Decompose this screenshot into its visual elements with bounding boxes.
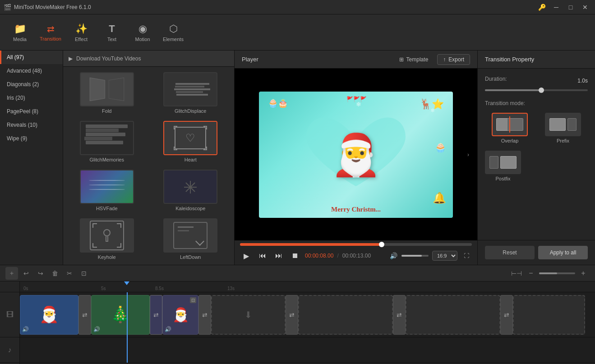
delete-button[interactable]: 🗑 xyxy=(49,267,61,280)
progress-bar[interactable] xyxy=(240,243,472,246)
sidebar-item-advanced[interactable]: Advanced (48) xyxy=(0,64,63,78)
placeholder-2[interactable] xyxy=(298,295,393,335)
download-bar[interactable]: ▶ Download YouTube Videos xyxy=(63,51,234,67)
sidebar-item-iris[interactable]: Iris (20) xyxy=(0,91,63,105)
mode-prefix[interactable]: Prefix xyxy=(538,111,588,145)
pin-button[interactable]: 🔑 xyxy=(535,1,548,14)
transition-5[interactable]: ⇄ xyxy=(393,295,406,335)
template-label: Template xyxy=(406,56,429,63)
zoom-out-button[interactable]: − xyxy=(525,267,537,280)
panel-content: Duration: 1.0s Transition mode: xyxy=(478,69,595,240)
zoom-in-button[interactable]: + xyxy=(577,267,590,280)
apply-all-button[interactable]: Apply to all xyxy=(538,246,588,259)
toolbar-transition[interactable]: ⇄ Transition xyxy=(36,18,65,47)
video-bg: 🎅 🦌⭐ 🧁🎂 Merry Christm... 🔔 🧁 ❄ ❄ 🚩🚩🚩 xyxy=(235,69,477,240)
crop-button[interactable]: ⊡ xyxy=(78,267,90,280)
play-button[interactable]: ▶ xyxy=(240,249,253,262)
placeholder-1[interactable]: ⬇ xyxy=(211,295,286,335)
placeholder-3[interactable] xyxy=(406,295,500,335)
duration-row: Duration: 1.0s xyxy=(485,76,588,91)
sidebar-item-wipe[interactable]: Wipe (9) xyxy=(0,132,63,145)
clip-3-badge: ⊡ xyxy=(190,297,196,303)
sidebar-item-all[interactable]: All (97) xyxy=(0,51,63,64)
toolbar-elements[interactable]: ⬡ Elements xyxy=(159,18,188,47)
volume-icon[interactable]: 🔊 xyxy=(387,249,400,262)
panel-actions: Reset Apply to all xyxy=(478,240,595,265)
toolbar-effect[interactable]: ✨ Effect xyxy=(67,18,96,47)
clip-1[interactable]: 🎅 🔊 xyxy=(20,295,78,335)
transition-kaleidoscope[interactable]: Kaleidoscope xyxy=(151,168,231,213)
reset-button[interactable]: Reset xyxy=(485,246,535,259)
transition-4[interactable]: ⇄ xyxy=(286,295,298,335)
time-separator: / xyxy=(337,253,338,259)
panel-header: Transition Property xyxy=(478,51,595,69)
snowflake2: ❄ xyxy=(430,107,435,114)
minimize-button[interactable]: ─ xyxy=(550,1,563,14)
aspect-ratio-select[interactable]: 16:9 9:16 1:1 4:3 xyxy=(432,251,457,261)
player-header: Player ⊞ Template ↑ Export xyxy=(235,51,477,69)
elements-icon: ⬡ xyxy=(169,23,178,35)
placeholder-4[interactable] xyxy=(513,295,585,335)
transition-fold[interactable]: Fold xyxy=(67,70,147,115)
timeline-main[interactable]: 0s 5s 8.5s 13s xyxy=(20,281,595,364)
transition-3[interactable]: ⇄ xyxy=(198,295,211,335)
flags: 🚩🚩🚩 xyxy=(346,96,367,102)
transition-keyhole-thumb xyxy=(80,218,134,253)
scissors-button[interactable]: ✂ xyxy=(63,267,76,280)
transition-keyhole[interactable]: Keyhole xyxy=(67,217,147,262)
toolbar-text-label: Text xyxy=(107,37,116,42)
toolbar-text[interactable]: T Text xyxy=(97,18,126,47)
music-icon: ♪ xyxy=(8,346,12,354)
video-track-label: 🎞 xyxy=(0,292,19,337)
titlebar-title: MiniTool MovieMaker Free 6.1.0 xyxy=(14,4,91,10)
mode-postfix[interactable]: Postfix xyxy=(485,149,521,183)
toolbar-media[interactable]: 📁 Media xyxy=(5,18,34,47)
redo-button[interactable]: ↪ xyxy=(34,267,47,280)
tracks: 🎅 🔊 ⇄ 🎄 🔊 xyxy=(20,292,595,363)
playhead[interactable] xyxy=(127,292,128,363)
sidebar-item-pagepeel[interactable]: PagePeel (8) xyxy=(0,105,63,118)
transition-glitchdisplace[interactable]: GlitchDisplace xyxy=(151,70,231,115)
undo-button[interactable]: ↩ xyxy=(20,267,32,280)
expand-button[interactable]: › xyxy=(463,144,474,166)
duration-handle[interactable] xyxy=(539,88,544,93)
export-button[interactable]: ↑ Export xyxy=(437,54,470,65)
transition-glitchmemories-label: GlitchMemories xyxy=(90,157,124,162)
prev-button[interactable]: ⏮ xyxy=(256,249,269,262)
duration-slider[interactable] xyxy=(485,89,588,91)
video-container: 🎅 🦌⭐ 🧁🎂 Merry Christm... 🔔 🧁 ❄ ❄ 🚩🚩🚩 xyxy=(235,69,477,240)
transition-leftdown[interactable]: LeftDown xyxy=(151,217,231,262)
sidebar-item-diagonals[interactable]: Diagonals (2) xyxy=(0,78,63,91)
transition-hsvfade-thumb xyxy=(80,170,134,204)
toolbar-motion[interactable]: ◉ Motion xyxy=(128,18,157,47)
timeline-tools-left: ＋ ↩ ↪ 🗑 ✂ ⊡ xyxy=(5,267,90,280)
sidebar-item-reveals[interactable]: Reveals (10) xyxy=(0,118,63,132)
volume-bar[interactable] xyxy=(401,255,429,257)
transition-1[interactable]: ⇄ xyxy=(78,295,91,335)
transition-leftdown-label: LeftDown xyxy=(180,254,201,260)
titlebar-controls: 🔑 ─ □ ✕ xyxy=(535,1,591,14)
effect-icon: ✨ xyxy=(75,23,88,35)
transition-fold-label: Fold xyxy=(102,108,111,114)
close-button[interactable]: ✕ xyxy=(579,1,591,14)
stop-button[interactable]: ⏹ xyxy=(289,249,301,262)
prefix-visual xyxy=(549,116,577,133)
mode-overlap[interactable]: Overlap xyxy=(485,111,535,145)
add-media-button[interactable]: ＋ xyxy=(5,267,18,280)
maximize-button[interactable]: □ xyxy=(564,1,577,14)
progress-handle[interactable] xyxy=(379,242,384,247)
fullscreen-button[interactable]: ⛶ xyxy=(461,250,472,261)
template-button[interactable]: ⊞ Template xyxy=(396,55,432,65)
duration-track[interactable] xyxy=(485,89,588,91)
next-button[interactable]: ⏭ xyxy=(272,249,285,262)
transition-hsvfade[interactable]: HSVFade xyxy=(67,168,147,213)
transition-2[interactable]: ⇄ xyxy=(150,295,162,335)
clip-3[interactable]: ⊡ 🎅 🔊 xyxy=(162,295,198,335)
zoom-slider[interactable] xyxy=(539,272,575,274)
transition-glitchmemories[interactable]: GlitchMemories xyxy=(67,119,147,164)
playhead-top xyxy=(124,281,129,285)
transition-heart[interactable]: ♡ Heart xyxy=(151,119,231,164)
duration-label: Duration: xyxy=(485,76,507,82)
clip-2[interactable]: 🎄 🔊 xyxy=(91,295,150,335)
transition-6[interactable]: ⇄ xyxy=(500,295,513,335)
